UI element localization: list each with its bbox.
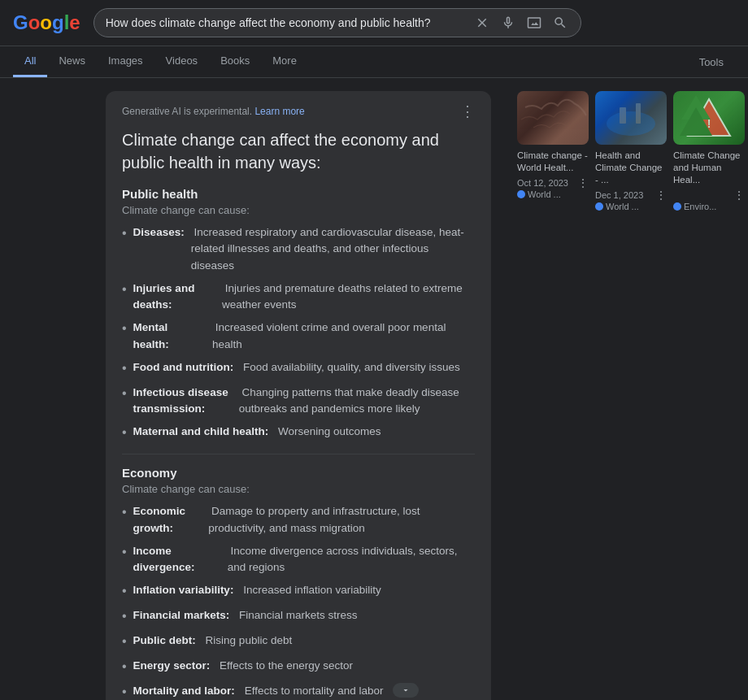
public-health-heading: Public health xyxy=(122,187,475,201)
list-item: Mental health: Increased violent crime a… xyxy=(122,320,475,353)
source-icon-2 xyxy=(595,202,603,211)
public-health-list: Diseases: Increased respiratory and card… xyxy=(122,224,475,442)
image-card-1[interactable]: Climate change - World Healt... Oct 12, … xyxy=(517,91,589,211)
list-item: Injuries and deaths: Injuries and premat… xyxy=(122,280,475,314)
images-row: Climate change - World Healt... Oct 12, … xyxy=(517,91,735,211)
nav-tabs: All News Images Videos Books More Tools xyxy=(0,46,748,78)
image-label-2: Health and Climate Change - ... xyxy=(595,150,667,186)
tab-books[interactable]: Books xyxy=(209,46,261,77)
image-search-icon[interactable] xyxy=(525,14,543,32)
public-health-subtitle: Climate change can cause: xyxy=(122,204,475,216)
tools-button[interactable]: Tools xyxy=(688,48,735,76)
google-logo: Google xyxy=(13,11,80,34)
list-item: Energy sector: Effects to the energy sec… xyxy=(122,658,475,676)
ai-header: Generative AI is experimental. Learn mor… xyxy=(122,104,475,119)
list-item: Maternal and child health: Worsening out… xyxy=(122,424,475,442)
section-divider xyxy=(122,454,475,454)
search-input[interactable] xyxy=(106,16,467,29)
learn-more-link[interactable]: Learn more xyxy=(254,106,304,117)
list-item: Mortality and labor: Effects to mortalit… xyxy=(122,683,475,700)
expand-mortality-button[interactable] xyxy=(393,683,419,698)
content-area: Generative AI is experimental. Learn mor… xyxy=(0,91,504,700)
ai-header-left: Generative AI is experimental. Learn mor… xyxy=(122,106,305,117)
ai-experimental-text: Generative AI is experimental. Learn mor… xyxy=(122,106,305,117)
image-thumbnail-1 xyxy=(517,91,589,145)
image-source-1: World ... xyxy=(517,189,589,199)
tab-images[interactable]: Images xyxy=(97,46,154,77)
image-meta-3: ⋮ xyxy=(673,189,745,202)
main-content: Generative AI is experimental. Learn mor… xyxy=(0,78,748,700)
economy-heading: Economy xyxy=(122,466,475,480)
economy-section: Economy Climate change can cause: Econom… xyxy=(122,466,475,700)
image-options-1[interactable]: ⋮ xyxy=(577,176,589,189)
image-meta-2: Dec 1, 2023 ⋮ xyxy=(595,189,667,202)
economy-subtitle: Climate change can cause: xyxy=(122,483,475,495)
image-thumbnail-3: ! xyxy=(673,91,745,145)
tab-videos[interactable]: Videos xyxy=(154,46,210,77)
image-options-3[interactable]: ⋮ xyxy=(733,189,745,202)
list-item: Inflation variability: Increased inflati… xyxy=(122,582,475,601)
tab-more[interactable]: More xyxy=(261,46,308,77)
clear-icon[interactable] xyxy=(473,14,491,32)
ai-title: Climate change can affect the economy an… xyxy=(122,128,475,174)
economy-list: Economic growth: Damage to property and … xyxy=(122,503,475,700)
list-item: Income divergence: Income divergence acr… xyxy=(122,543,475,576)
tab-news[interactable]: News xyxy=(47,46,97,77)
image-meta-1: Oct 12, 2023 ⋮ xyxy=(517,176,589,189)
source-icon-1 xyxy=(517,190,525,198)
image-date-1: Oct 12, 2023 xyxy=(517,178,568,188)
list-item: Diseases: Increased respiratory and card… xyxy=(122,224,475,274)
header: Google xyxy=(0,0,748,46)
search-bar-icons xyxy=(473,14,569,32)
images-section: Climate change - World Healt... Oct 12, … xyxy=(504,91,748,700)
ai-options-button[interactable]: ⋮ xyxy=(460,104,475,119)
image-label-1: Climate change - World Healt... xyxy=(517,150,589,174)
list-item: Financial markets: Financial markets str… xyxy=(122,607,475,626)
image-card-2[interactable]: Health and Climate Change - ... Dec 1, 2… xyxy=(595,91,667,211)
list-item: Economic growth: Damage to property and … xyxy=(122,503,475,537)
voice-search-icon[interactable] xyxy=(499,14,517,32)
image-source-3: Enviro... xyxy=(673,202,745,211)
image-thumbnail-2 xyxy=(595,91,667,145)
public-health-section: Public health Climate change can cause: … xyxy=(122,187,475,442)
image-label-3: Climate Change and Human Heal... xyxy=(673,150,745,186)
source-icon-3 xyxy=(673,202,681,211)
image-options-2[interactable]: ⋮ xyxy=(655,189,667,202)
image-date-2: Dec 1, 2023 xyxy=(595,190,643,200)
list-item: Food and nutrition: Food availability, q… xyxy=(122,359,475,378)
ai-box: Generative AI is experimental. Learn mor… xyxy=(106,91,491,700)
svg-rect-1 xyxy=(620,107,626,124)
image-source-2: World ... xyxy=(595,202,667,211)
tab-all[interactable]: All xyxy=(13,46,47,77)
image-card-3[interactable]: ! Climate Change and Human Heal... ⋮ Env… xyxy=(673,91,745,211)
search-bar[interactable] xyxy=(94,8,581,37)
list-item: Infectious disease transmission: Changin… xyxy=(122,385,475,418)
svg-point-0 xyxy=(607,111,655,136)
search-submit-icon[interactable] xyxy=(551,14,569,32)
svg-rect-2 xyxy=(636,103,641,124)
list-item: Public debt: Rising public debt xyxy=(122,633,475,651)
